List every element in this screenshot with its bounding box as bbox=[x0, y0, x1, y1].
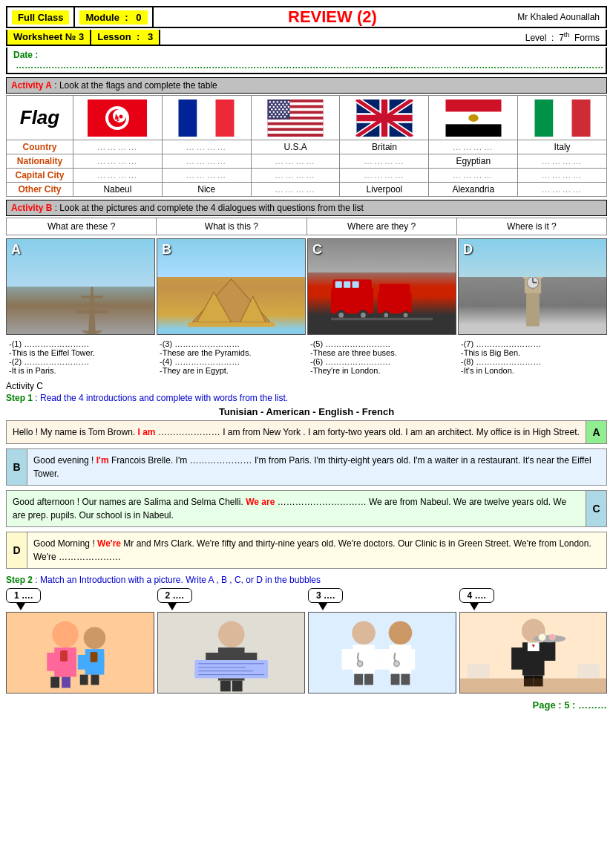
bubble-1: 1 …. bbox=[6, 588, 41, 603]
svg-rect-115 bbox=[60, 650, 68, 662]
picture-box-b: B bbox=[157, 238, 306, 335]
box-letter-b: B bbox=[7, 449, 27, 485]
svg-rect-157 bbox=[467, 664, 489, 679]
svg-rect-12 bbox=[268, 119, 324, 122]
em-red-b: I'm bbox=[96, 455, 109, 466]
svg-point-43 bbox=[288, 111, 290, 113]
svg-point-47 bbox=[282, 113, 284, 115]
svg-rect-113 bbox=[80, 675, 88, 685]
em-red-d: We're bbox=[97, 538, 121, 549]
photo-3 bbox=[308, 612, 456, 694]
svg-point-26 bbox=[286, 103, 288, 105]
question-4: Where is it ? bbox=[457, 218, 606, 235]
svg-point-25 bbox=[282, 103, 284, 105]
svg-rect-134 bbox=[354, 674, 363, 685]
intro-box-d: D Good Morning ! We're Mr and Mrs Clark.… bbox=[6, 532, 607, 569]
egypt-flag-icon bbox=[444, 99, 503, 137]
svg-rect-114 bbox=[91, 675, 99, 685]
tunisia-flag-icon bbox=[88, 99, 147, 137]
svg-rect-78 bbox=[188, 322, 275, 327]
svg-point-143 bbox=[394, 661, 400, 667]
photo-2 bbox=[157, 612, 306, 694]
svg-point-30 bbox=[281, 105, 283, 108]
svg-point-85 bbox=[338, 313, 344, 318]
bubble-3-item: 3 …. bbox=[308, 588, 456, 694]
svg-rect-89 bbox=[379, 284, 410, 299]
picture-box-d: D bbox=[458, 238, 607, 335]
svg-point-87 bbox=[361, 313, 366, 318]
svg-point-19 bbox=[281, 101, 283, 103]
picture-label-c: C bbox=[312, 242, 322, 258]
svg-point-20 bbox=[284, 101, 286, 103]
svg-point-35 bbox=[278, 108, 281, 111]
photo-1 bbox=[6, 612, 154, 694]
question-1: What are these ? bbox=[7, 218, 157, 235]
svg-point-118 bbox=[217, 621, 244, 648]
uk-flag-icon bbox=[355, 99, 414, 137]
activity-b-label: Activity B bbox=[11, 203, 52, 213]
intro-text-b: Good evening ! I'm Francois Brelle. I'm … bbox=[27, 449, 606, 485]
svg-point-152 bbox=[538, 633, 545, 641]
svg-rect-65 bbox=[445, 124, 501, 137]
svg-rect-139 bbox=[378, 649, 391, 670]
flag-table: Flag bbox=[6, 95, 607, 197]
bubble-arrow-4 bbox=[470, 603, 479, 610]
teacher-info: Mr Khaled Aounallah bbox=[511, 7, 606, 27]
svg-point-17 bbox=[273, 101, 275, 103]
italy-flag-icon bbox=[533, 99, 592, 137]
svg-rect-68 bbox=[534, 99, 553, 137]
step2-label: Step 2 bbox=[6, 575, 33, 585]
svg-rect-147 bbox=[511, 647, 524, 670]
table-row-nationality: Nationality ………… ………… ………… ………… Egyptian… bbox=[7, 154, 607, 169]
svg-rect-5 bbox=[179, 99, 197, 137]
svg-point-48 bbox=[286, 113, 288, 115]
header-top: Full Class Module : 0 REVIEW (2) Mr Khal… bbox=[6, 6, 607, 28]
svg-rect-82 bbox=[344, 281, 350, 288]
svg-point-34 bbox=[275, 108, 277, 111]
photo-4 bbox=[459, 612, 608, 694]
full-class-label: Full Class bbox=[12, 10, 69, 25]
svg-point-49 bbox=[269, 116, 272, 118]
svg-point-91 bbox=[384, 313, 388, 318]
svg-rect-135 bbox=[364, 674, 373, 685]
svg-rect-133 bbox=[366, 649, 378, 670]
intro-text-a: Hello ! My name is Tom Brown. I am ……………… bbox=[7, 421, 586, 443]
activity-a-header: Activity A : Look at the flags and compl… bbox=[6, 77, 607, 94]
svg-marker-74 bbox=[81, 330, 103, 334]
svg-rect-111 bbox=[78, 655, 88, 670]
svg-point-51 bbox=[277, 116, 279, 118]
svg-rect-81 bbox=[335, 281, 342, 288]
step2-header: Step 2 : Match an Introduction with a pi… bbox=[6, 575, 607, 585]
date-row: Date : ………………………………………………………………………………………… bbox=[6, 48, 607, 74]
svg-point-16 bbox=[269, 101, 272, 103]
svg-point-153 bbox=[549, 634, 555, 640]
svg-rect-95 bbox=[526, 289, 540, 326]
intro-box-b: B Good evening ! I'm Francois Brelle. I'… bbox=[6, 448, 607, 486]
svg-rect-67 bbox=[471, 117, 476, 119]
france-flag-icon bbox=[177, 99, 236, 137]
svg-point-41 bbox=[281, 111, 283, 113]
header-row2: Worksheet № 3 Lesson : 3 Level : 7th For… bbox=[6, 30, 607, 46]
flag-cell-tunisia bbox=[73, 96, 163, 140]
svg-rect-105 bbox=[47, 653, 58, 671]
bubble-arrow-3 bbox=[318, 603, 327, 610]
svg-rect-156 bbox=[460, 679, 607, 693]
svg-point-28 bbox=[273, 105, 275, 108]
intro-text-c: Good afternoon ! Our names are Salima an… bbox=[7, 491, 586, 526]
svg-rect-158 bbox=[577, 664, 600, 679]
svg-point-42 bbox=[284, 111, 286, 113]
photo-3-art bbox=[309, 613, 456, 693]
module-box: Module : 0 bbox=[75, 7, 153, 27]
intro-box-c: Good afternoon ! Our names are Salima an… bbox=[6, 490, 607, 527]
activity-c-label: Activity C bbox=[6, 381, 43, 391]
pictures-row: A B C bbox=[6, 238, 607, 335]
photo-4-art bbox=[460, 613, 607, 693]
flag-header-cell: Flag bbox=[7, 96, 73, 140]
svg-rect-132 bbox=[341, 649, 354, 670]
bubble-arrow-1 bbox=[16, 603, 25, 610]
svg-rect-140 bbox=[402, 649, 415, 670]
picture-label-d: D bbox=[463, 242, 473, 258]
bubble-row: 1 …. bbox=[6, 588, 607, 694]
intro-box-a: Hello ! My name is Tom Brown. I am ……………… bbox=[6, 420, 607, 444]
svg-rect-69 bbox=[553, 99, 571, 137]
